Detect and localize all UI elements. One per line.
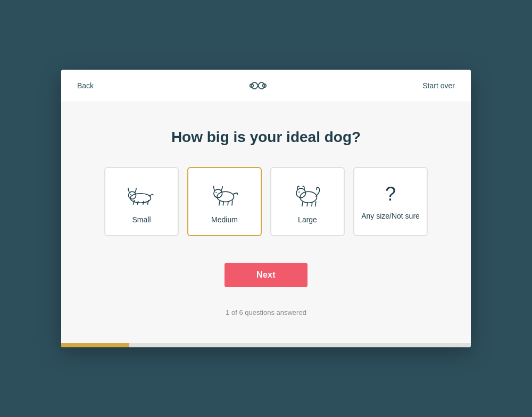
option-any[interactable]: ? Any size/Not sure: [353, 167, 428, 236]
quiz-content: How big is your ideal dog? Small: [61, 102, 471, 343]
option-large[interactable]: Large: [270, 167, 345, 236]
option-small-label: Small: [132, 215, 151, 224]
svg-line-14: [232, 200, 232, 205]
svg-line-20: [312, 202, 312, 206]
svg-line-18: [302, 202, 303, 206]
svg-line-21: [315, 201, 316, 206]
svg-point-2: [130, 193, 151, 203]
back-button[interactable]: Back: [77, 81, 94, 90]
logo: [247, 79, 269, 92]
svg-point-8: [130, 194, 131, 195]
svg-line-4: [133, 200, 135, 205]
svg-line-11: [219, 201, 220, 205]
progress-text: 1 of 6 questions answered: [226, 308, 306, 316]
svg-line-6: [143, 201, 144, 204]
option-any-label: Any size/Not sure: [361, 212, 420, 220]
svg-point-15: [215, 191, 217, 193]
any-size-icon: ?: [385, 183, 396, 205]
option-large-label: Large: [298, 215, 317, 224]
svg-line-7: [147, 200, 148, 205]
svg-line-19: [307, 202, 307, 206]
svg-line-13: [228, 201, 228, 205]
progress-bar: [61, 343, 471, 347]
progress-bar-fill: [61, 343, 129, 347]
quiz-header: Back Start over: [61, 70, 471, 102]
svg-point-9: [217, 191, 234, 202]
svg-line-12: [223, 201, 223, 205]
options-container: Small Medium: [104, 167, 428, 236]
quiz-modal: Back Start over How big is your ideal do…: [61, 70, 471, 347]
next-button[interactable]: Next: [225, 263, 307, 287]
option-small[interactable]: Small: [104, 167, 179, 236]
svg-point-22: [298, 191, 300, 193]
start-over-button[interactable]: Start over: [422, 81, 455, 90]
question-title: How big is your ideal dog?: [171, 129, 361, 146]
option-medium-label: Medium: [211, 215, 238, 224]
svg-line-5: [137, 201, 138, 204]
option-medium[interactable]: Medium: [187, 167, 262, 236]
